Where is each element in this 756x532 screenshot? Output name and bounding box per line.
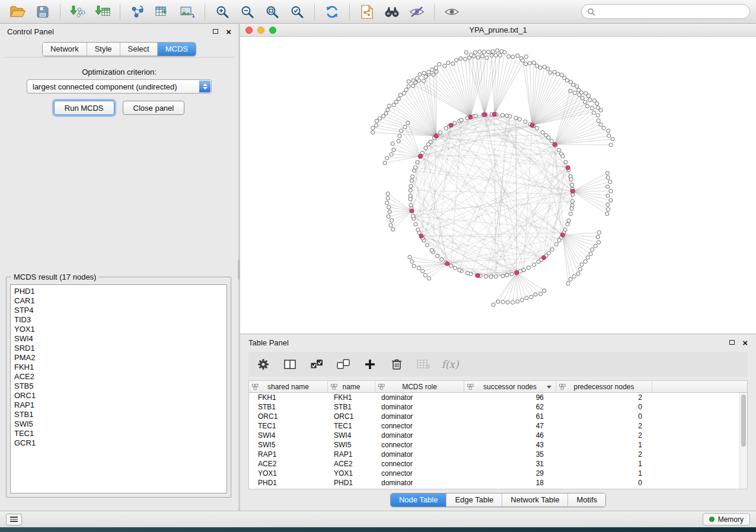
close-panel-icon[interactable]: ×	[226, 27, 231, 36]
close-table-panel-icon[interactable]: ×	[742, 338, 748, 347]
add-column-button[interactable]	[362, 357, 378, 372]
table-row[interactable]: YOX1YOX1connector291	[249, 469, 739, 478]
new-network-button[interactable]	[126, 2, 149, 21]
tab-mcds[interactable]: MCDS	[158, 43, 196, 56]
table-cell-predecessors: 0	[556, 479, 652, 487]
run-mcds-button[interactable]: Run MCDS	[54, 101, 114, 115]
show-view-button[interactable]	[440, 2, 464, 21]
criterion-dropdown[interactable]: largest connected component (undirected)	[27, 79, 212, 94]
table-row[interactable]: SWI5SWI5connector431	[249, 440, 739, 450]
table-cell-role: dominator	[375, 393, 464, 402]
float-panel-icon[interactable]	[213, 29, 218, 34]
import-network-button[interactable]	[66, 2, 90, 21]
node-table: shared name name MCDS	[248, 380, 748, 489]
share-document-button[interactable]	[355, 2, 379, 21]
zoom-out-button[interactable]	[235, 2, 259, 21]
open-file-button[interactable]	[6, 2, 30, 21]
mcds-result-item[interactable]: GCR1	[11, 438, 227, 448]
select-all-button[interactable]	[309, 357, 324, 372]
new-table-button[interactable]	[151, 2, 174, 21]
table-cell-successors: 31	[464, 460, 556, 468]
table-scrollbar[interactable]	[739, 393, 747, 489]
find-button[interactable]	[380, 2, 404, 21]
network-graph[interactable]	[240, 37, 756, 334]
refresh-button[interactable]	[320, 2, 344, 21]
tab-style[interactable]: Style	[87, 43, 120, 56]
mcds-result-item[interactable]: STB5	[11, 382, 227, 391]
zoom-in-button[interactable]	[210, 2, 234, 21]
split-view-icon	[284, 359, 296, 370]
mcds-result-item[interactable]: CAR1	[11, 296, 227, 306]
fx-icon: f(x)	[441, 358, 458, 370]
import-table-button[interactable]	[91, 2, 114, 21]
table-mode-button[interactable]	[282, 357, 298, 372]
column-header-filler	[652, 381, 747, 392]
table-cell-predecessors: 2	[556, 422, 652, 430]
column-header-successor-nodes[interactable]: successor nodes	[464, 381, 556, 392]
table-panel-header: Table Panel ×	[240, 334, 756, 351]
export-image-button[interactable]	[176, 2, 199, 21]
delete-column-button[interactable]	[389, 357, 404, 372]
function-builder-button[interactable]: f(x)	[442, 357, 458, 372]
mcds-result-item[interactable]: STP4	[11, 306, 227, 315]
tab-motifs[interactable]: Motifs	[568, 493, 605, 507]
task-history-button[interactable]	[6, 514, 22, 525]
search-box[interactable]	[581, 4, 750, 19]
table-cell-successors: 62	[464, 403, 556, 411]
table-row[interactable]: STB1STB1dominator620	[249, 402, 739, 412]
network-view[interactable]	[240, 37, 756, 334]
table-row[interactable]: RAP1RAP1dominator352	[249, 450, 739, 459]
tab-node-table[interactable]: Node Table	[391, 493, 447, 507]
search-icon	[587, 8, 595, 16]
table-cell-predecessors: 0	[556, 403, 652, 411]
mcds-result-item[interactable]: PMA2	[11, 353, 227, 363]
column-header-predecessor-nodes[interactable]: predecessor nodes	[556, 381, 652, 392]
table-cell-name: SWI4	[328, 431, 375, 440]
table-row[interactable]: ACE2ACE2connector311	[249, 459, 739, 469]
mcds-result-item[interactable]: FKH1	[11, 363, 227, 372]
tab-network-table[interactable]: Network Table	[502, 493, 568, 507]
deselect-all-button[interactable]	[336, 357, 351, 372]
table-row[interactable]: TEC1TEC1connector472	[249, 421, 739, 431]
table-row[interactable]: PHD1PHD1dominator180	[249, 478, 739, 488]
mcds-result-item[interactable]: RAP1	[11, 400, 227, 410]
tab-network[interactable]: Network	[43, 43, 87, 56]
mcds-result-item[interactable]: ACE2	[11, 372, 227, 382]
table-cell-name: PHD1	[328, 479, 375, 487]
float-table-panel-icon[interactable]	[729, 340, 735, 345]
column-header-name[interactable]: name	[328, 381, 375, 392]
save-session-button[interactable]	[31, 2, 55, 21]
column-header-mcds-role[interactable]: MCDS role	[375, 381, 464, 392]
search-input[interactable]	[599, 7, 744, 16]
column-header-shared-name[interactable]: shared name	[249, 381, 328, 392]
table-scrollbar-thumb[interactable]	[741, 395, 746, 447]
delete-table-button[interactable]	[416, 357, 431, 372]
zoom-fit-button[interactable]	[260, 2, 284, 21]
mcds-result-item[interactable]: SWI4	[11, 334, 227, 344]
mcds-result-item[interactable]: STB1	[11, 410, 227, 419]
tab-edge-table[interactable]: Edge Table	[446, 493, 502, 507]
column-type-icon	[331, 384, 337, 390]
mcds-result-item[interactable]: SWI5	[11, 419, 227, 429]
table-row[interactable]: SWI4SWI4dominator462	[249, 431, 739, 440]
mcds-result-item[interactable]: YOX1	[11, 325, 227, 334]
tab-select[interactable]: Select	[120, 43, 158, 56]
close-panel-button[interactable]: Close panel	[123, 101, 185, 115]
memory-button[interactable]: Memory	[703, 513, 750, 525]
mcds-result-item[interactable]: ORC1	[11, 391, 227, 400]
save-icon	[36, 5, 49, 18]
toolbar-separator	[205, 4, 205, 20]
mcds-result-item[interactable]: SRD1	[11, 344, 227, 353]
table-row[interactable]: ORC1ORC1dominator610	[249, 412, 739, 421]
table-row[interactable]: FKH1FKH1dominator962	[249, 393, 739, 402]
hamburger-icon	[10, 517, 18, 518]
toggle-details-button[interactable]	[405, 2, 429, 21]
cytoscape-window: Control Panel × Network Style Select MCD…	[0, 0, 756, 527]
mcds-result-item[interactable]: TEC1	[11, 429, 227, 438]
zoom-selected-button[interactable]	[285, 2, 309, 21]
table-cell-role: dominator	[375, 431, 464, 440]
mcds-result-item[interactable]: TID3	[11, 315, 227, 325]
table-settings-button[interactable]	[256, 357, 271, 372]
table-cell-role: dominator	[375, 412, 464, 421]
mcds-result-item[interactable]: PHD1	[11, 287, 227, 296]
